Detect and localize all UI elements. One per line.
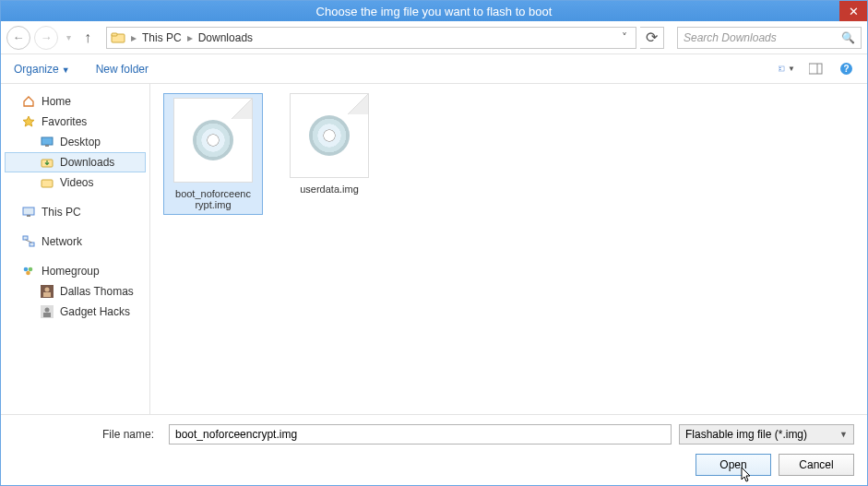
avatar-icon	[40, 304, 54, 319]
file-name: boot_noforceenc rypt.img	[168, 188, 258, 210]
organize-button[interactable]: Organize▼	[14, 63, 70, 76]
preview-pane-button[interactable]	[808, 62, 825, 77]
search-input[interactable]: Search Downloads 🔍	[677, 27, 862, 49]
sidebar-item-home[interactable]: Home	[5, 91, 146, 112]
folder-icon	[111, 30, 125, 45]
file-name: userdata.img	[283, 184, 375, 195]
breadcrumb-folder[interactable]: Downloads	[198, 31, 253, 44]
open-button[interactable]: Open	[696, 454, 771, 476]
file-item[interactable]: boot_noforceenc rypt.img	[163, 93, 263, 215]
disc-icon	[309, 115, 350, 156]
recent-locations-button[interactable]: ▾	[62, 26, 75, 50]
star-icon	[21, 114, 36, 129]
close-button[interactable]: ✕	[839, 1, 867, 21]
svg-point-19	[29, 267, 33, 272]
svg-rect-26	[43, 313, 51, 317]
svg-rect-10	[45, 145, 49, 147]
titlebar: Choose the img file you want to flash to…	[1, 1, 867, 21]
svg-rect-23	[43, 292, 51, 297]
svg-rect-3	[779, 66, 781, 67]
view-options-button[interactable]: ▼	[779, 62, 795, 77]
homegroup-icon	[21, 264, 36, 279]
svg-rect-13	[23, 207, 34, 215]
sidebar-item-user1[interactable]: Dallas Thomas	[5, 281, 146, 302]
folder-icon	[40, 155, 54, 170]
up-button[interactable]: ↑	[78, 30, 97, 46]
desktop-icon	[40, 135, 54, 149]
breadcrumb-sep-icon: ▸	[131, 31, 137, 44]
svg-line-17	[26, 240, 32, 243]
chevron-down-icon: ▼	[839, 430, 848, 439]
toolbar: Organize▼ New folder ▼ ?	[1, 54, 867, 84]
sidebar-item-network[interactable]: Network	[5, 231, 146, 252]
cancel-button[interactable]: Cancel	[779, 454, 854, 476]
file-open-dialog: Choose the img file you want to flash to…	[0, 0, 868, 486]
sidebar-item-videos[interactable]: Videos	[5, 172, 146, 193]
svg-point-20	[26, 271, 30, 276]
new-folder-button[interactable]: New folder	[96, 63, 149, 76]
filetype-filter[interactable]: Flashable img file (*.img) ▼	[679, 424, 854, 445]
svg-rect-2	[779, 65, 784, 70]
svg-point-25	[45, 308, 50, 313]
svg-rect-12	[42, 180, 53, 187]
svg-rect-14	[27, 215, 30, 217]
navbar: ← → ▾ ↑ ▸ This PC ▸ Downloads ˅ ⟳ Search…	[1, 21, 867, 54]
svg-text:?: ?	[843, 64, 849, 74]
address-bar[interactable]: ▸ This PC ▸ Downloads ˅	[106, 27, 636, 49]
svg-rect-1	[112, 33, 117, 36]
file-item[interactable]: userdata.img	[283, 93, 375, 195]
svg-rect-4	[779, 69, 781, 70]
sidebar-item-homegroup[interactable]: Homegroup	[5, 261, 146, 281]
sidebar-item-thispc[interactable]: This PC	[5, 202, 146, 222]
help-button[interactable]: ?	[838, 62, 854, 77]
address-dropdown-icon[interactable]: ˅	[617, 31, 632, 44]
forward-button[interactable]: →	[34, 26, 58, 50]
home-icon	[21, 94, 36, 109]
svg-point-22	[45, 288, 50, 292]
sidebar-item-downloads[interactable]: Downloads	[5, 152, 146, 172]
sidebar-item-desktop[interactable]: Desktop	[5, 132, 146, 152]
svg-rect-9	[42, 137, 53, 145]
filename-input[interactable]	[169, 424, 672, 445]
svg-rect-15	[23, 236, 28, 240]
file-list[interactable]: boot_noforceenc rypt.img userdata.img	[150, 84, 867, 414]
network-icon	[21, 234, 36, 249]
sidebar-item-user2[interactable]: Gadget Hacks	[5, 302, 146, 322]
window-title: Choose the img file you want to flash to…	[316, 5, 553, 18]
folder-icon	[40, 175, 54, 190]
back-button[interactable]: ←	[6, 26, 30, 50]
file-thumbnail	[290, 93, 369, 178]
avatar-icon	[40, 284, 54, 299]
svg-rect-16	[30, 243, 34, 246]
filename-label: File name:	[14, 428, 161, 441]
file-thumbnail	[173, 98, 253, 183]
svg-rect-5	[809, 64, 822, 74]
refresh-button[interactable]: ⟳	[640, 27, 664, 49]
search-icon: 🔍	[841, 31, 855, 44]
search-placeholder: Search Downloads	[684, 31, 777, 44]
breadcrumb-root[interactable]: This PC	[142, 31, 182, 44]
footer: File name: Flashable img file (*.img) ▼ …	[1, 414, 867, 485]
filter-text: Flashable img file (*.img)	[685, 428, 807, 441]
sidebar: Home Favorites Desktop Downloads Videos …	[1, 84, 150, 414]
breadcrumb-sep-icon: ▸	[187, 31, 193, 44]
svg-point-18	[24, 267, 29, 272]
computer-icon	[21, 205, 36, 219]
sidebar-item-favorites[interactable]: Favorites	[5, 112, 146, 132]
disc-icon	[193, 120, 233, 160]
